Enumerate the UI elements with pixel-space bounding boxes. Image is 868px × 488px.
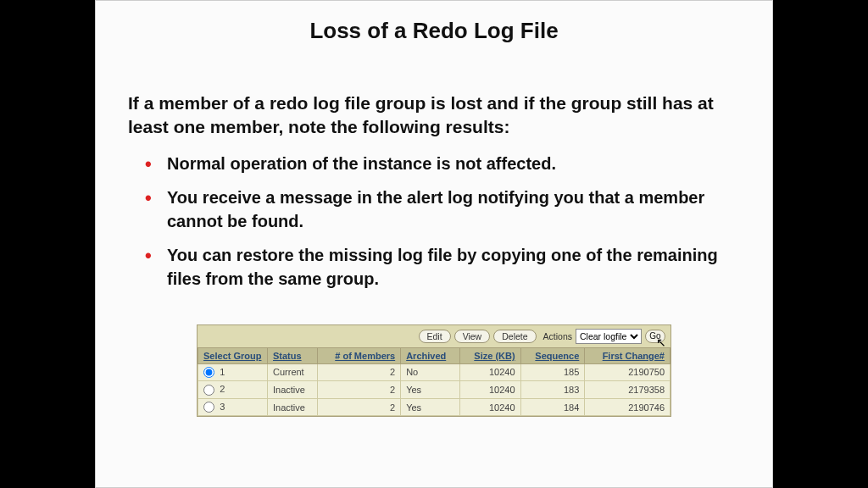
col-members[interactable]: # of Members (318, 347, 401, 363)
table-row: 1 Current 2 No 10240 185 2190750 (198, 363, 670, 381)
cell-archived: No (401, 363, 460, 381)
table-row: 3 Inactive 2 Yes 10240 184 2190746 (198, 398, 670, 416)
col-size[interactable]: Size (KB) (460, 347, 520, 363)
bullet-list: Normal operation of the instance is not … (128, 152, 740, 301)
group-link[interactable]: 3 (220, 402, 225, 412)
cell-first-change: 2190750 (585, 363, 670, 381)
cell-size: 10240 (460, 381, 520, 399)
slide-title: Loss of a Redo Log File (128, 18, 740, 44)
cell-archived: Yes (401, 398, 460, 416)
cell-archived: Yes (401, 381, 460, 399)
edit-button[interactable]: Edit (419, 330, 451, 343)
cell-members: 2 (318, 381, 401, 399)
cell-status: Current (268, 363, 318, 381)
view-button[interactable]: View (454, 330, 491, 343)
intro-text: If a member of a redo log file group is … (128, 92, 740, 140)
redo-log-groups-panel: Edit View Delete Actions Clear logfile G… (197, 324, 671, 418)
row-select-radio[interactable] (203, 402, 214, 413)
delete-button[interactable]: Delete (493, 330, 536, 343)
cell-sequence: 184 (520, 398, 585, 416)
cell-status: Inactive (268, 398, 318, 416)
actions-label: Actions (543, 331, 572, 341)
cell-sequence: 185 (520, 363, 585, 381)
panel-toolbar: Edit View Delete Actions Clear logfile G… (198, 325, 670, 347)
col-archived[interactable]: Archived (401, 347, 460, 363)
cell-size: 10240 (460, 363, 520, 381)
row-select-radio[interactable] (203, 385, 214, 396)
go-button-label: Go (649, 331, 660, 341)
col-select[interactable]: Select Group (198, 347, 268, 363)
col-sequence[interactable]: Sequence (520, 347, 585, 363)
cell-first-change: 2190746 (585, 398, 670, 416)
redo-log-table: Select Group Status # of Members Archive… (198, 347, 670, 417)
cell-sequence: 183 (520, 381, 585, 399)
row-select-radio[interactable] (203, 367, 214, 378)
bullet-item: Normal operation of the instance is not … (145, 152, 740, 175)
table-header-row: Select Group Status # of Members Archive… (198, 347, 670, 363)
cell-status: Inactive (268, 381, 318, 399)
group-link[interactable]: 1 (220, 367, 225, 377)
cell-first-change: 2179358 (585, 381, 670, 399)
bullet-item: You can restore the missing log file by … (145, 243, 740, 291)
cell-size: 10240 (460, 398, 520, 416)
actions-select[interactable]: Clear logfile (576, 329, 642, 344)
col-status[interactable]: Status (268, 347, 318, 363)
cell-members: 2 (318, 398, 401, 416)
go-button[interactable]: Go ↖ (645, 330, 665, 343)
bullet-item: You receive a message in the alert log n… (145, 186, 740, 233)
col-first-change[interactable]: First Change# (585, 347, 670, 363)
table-row: 2 Inactive 2 Yes 10240 183 2179358 (198, 381, 670, 399)
group-link[interactable]: 2 (220, 384, 225, 394)
slide: Loss of a Redo Log File If a member of a… (95, 0, 773, 488)
cell-members: 2 (318, 363, 401, 381)
